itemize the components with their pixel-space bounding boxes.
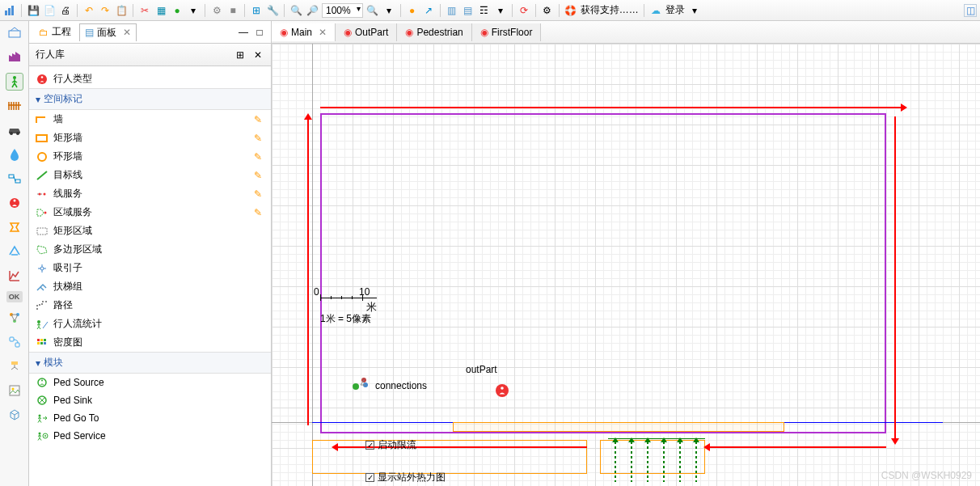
system-icon[interactable]: [6, 170, 23, 188]
tool-strip: OK: [0, 21, 29, 486]
print-icon[interactable]: 🖨: [59, 4, 72, 17]
enterprise-icon[interactable]: [6, 24, 23, 42]
search-icon[interactable]: 🔍: [366, 4, 379, 17]
layers-icon[interactable]: ☶: [478, 4, 491, 17]
analysis-icon[interactable]: [6, 267, 23, 285]
paste-icon[interactable]: 📋: [115, 4, 128, 17]
undo-icon[interactable]: ↶: [82, 4, 95, 17]
close-icon[interactable]: ✕: [123, 27, 131, 38]
tree-item[interactable]: 墙✎: [29, 110, 271, 129]
section-space-markup[interactable]: ▾空间标记: [29, 88, 271, 110]
picture-icon[interactable]: [6, 382, 23, 399]
chevron-down-icon[interactable]: ▾: [382, 4, 395, 17]
tree-item[interactable]: 扶梯组: [29, 277, 271, 296]
support-link[interactable]: 获得支持……: [581, 3, 639, 17]
cloud-icon[interactable]: ☁: [649, 4, 662, 17]
fluid-icon[interactable]: [6, 146, 23, 163]
tab-project[interactable]: 🗀工程: [34, 23, 76, 40]
tree-item[interactable]: 目标线✎: [29, 166, 271, 184]
connections-node[interactable]: [349, 377, 370, 391]
pencil-icon[interactable]: ✎: [251, 188, 264, 201]
close-icon[interactable]: ✕: [251, 49, 264, 61]
tree-item[interactable]: 环形墙✎: [29, 147, 271, 166]
scale-0: 0: [314, 286, 319, 298]
tree-item[interactable]: Ped Source: [29, 374, 271, 391]
factory-icon[interactable]: [6, 49, 23, 66]
tree-item[interactable]: 矩形区域: [29, 222, 271, 240]
checkbox-heatmap[interactable]: ✓显示站外热力图: [365, 471, 446, 484]
chevron-down-icon[interactable]: ▾: [688, 4, 701, 17]
debug-icon[interactable]: ⚙: [210, 4, 223, 17]
tree-item[interactable]: 路径: [29, 296, 271, 315]
connectivity-icon[interactable]: [6, 309, 23, 327]
statechart-icon[interactable]: [6, 333, 23, 351]
pedestrian-icon[interactable]: [6, 73, 23, 91]
grid-view-icon[interactable]: ⊞: [234, 49, 247, 61]
svg-rect-37: [44, 342, 46, 344]
checkbox-start-limit[interactable]: ✓启动限流: [365, 438, 416, 452]
chevron-down-icon[interactable]: ▾: [494, 4, 507, 17]
presentation-icon[interactable]: [6, 218, 23, 236]
close-icon[interactable]: ✕: [319, 27, 327, 38]
ok-icon[interactable]: OK: [6, 291, 23, 302]
pencil-icon[interactable]: ✎: [251, 132, 264, 145]
globe-icon[interactable]: ●: [406, 4, 419, 17]
svg-rect-8: [15, 180, 20, 183]
car-icon[interactable]: [6, 121, 23, 139]
cut-icon[interactable]: ✂: [138, 4, 151, 17]
tab-outpart[interactable]: ◉OutPart: [336, 23, 397, 41]
pencil-icon[interactable]: ✎: [251, 150, 264, 163]
tab-firstfloor[interactable]: ◉FirstFloor: [472, 23, 542, 41]
outpart-agent[interactable]: [495, 383, 509, 398]
tree-ped-type[interactable]: 行人类型: [29, 70, 271, 88]
save-all-icon[interactable]: 📄: [43, 4, 56, 17]
table-icon[interactable]: ⊞: [250, 4, 263, 17]
redo-icon[interactable]: ↷: [99, 4, 112, 17]
svg-rect-3: [9, 31, 20, 37]
grid-icon[interactable]: ▦: [154, 4, 167, 17]
stop-icon[interactable]: ■: [226, 4, 239, 17]
space-icon[interactable]: [6, 243, 23, 260]
actionchart-icon[interactable]: [6, 357, 23, 375]
tab-main[interactable]: ◉Main✕: [272, 23, 336, 41]
pencil-icon[interactable]: ✎: [251, 169, 264, 182]
zoom-in-icon[interactable]: 🔎: [306, 4, 319, 17]
minimize-icon[interactable]: —: [237, 26, 250, 39]
tree-item[interactable]: 区域服务✎: [29, 203, 271, 222]
help-icon[interactable]: 🛟: [564, 4, 577, 17]
tree-item[interactable]: 密度图: [29, 333, 271, 352]
window-icon[interactable]: ▥: [446, 4, 458, 17]
chart-icon[interactable]: [3, 4, 16, 17]
refresh-icon[interactable]: ⟳: [517, 4, 530, 17]
canvas[interactable]: 0 10 米 1米 = 5像素 outPart connections ✓启动限…: [272, 44, 980, 486]
zoom-out-icon[interactable]: 🔍: [289, 4, 302, 17]
tab-pedestrian[interactable]: ◉Pedestrian: [397, 23, 471, 41]
zoom-dropdown[interactable]: 100%: [322, 3, 363, 18]
3d-icon[interactable]: [6, 406, 23, 424]
perspective-icon[interactable]: ◫: [964, 4, 977, 17]
tree-item[interactable]: 矩形墙✎: [29, 129, 271, 147]
tree-item[interactable]: Ped Sink: [29, 391, 271, 409]
svg-point-39: [41, 380, 43, 382]
tree-item[interactable]: Ped Service: [29, 427, 271, 445]
tree-item[interactable]: 行人流统计: [29, 315, 271, 333]
tab-panel[interactable]: ▤面板✕: [79, 23, 137, 41]
layout-icon[interactable]: ▤: [462, 4, 475, 17]
login-link[interactable]: 登录: [665, 3, 685, 17]
pencil-icon[interactable]: ✎: [251, 206, 264, 219]
pencil-icon[interactable]: ✎: [251, 113, 264, 126]
run-icon[interactable]: ●: [171, 4, 184, 17]
section-blocks[interactable]: ▾模块: [29, 352, 271, 374]
gear-icon[interactable]: ⚙: [541, 4, 554, 17]
chevron-down-icon[interactable]: ▾: [187, 4, 200, 17]
tree-item[interactable]: 线服务✎: [29, 184, 271, 203]
tree-item[interactable]: 多边形区域: [29, 240, 271, 259]
tree-item[interactable]: Ped Go To: [29, 409, 271, 427]
maximize-icon[interactable]: □: [253, 26, 266, 39]
tool-icon[interactable]: 🔧: [266, 4, 279, 17]
agent-icon[interactable]: [6, 194, 23, 212]
direction-icon[interactable]: ↗: [422, 4, 435, 17]
tree-item[interactable]: 吸引子: [29, 259, 271, 277]
rail-icon[interactable]: [6, 97, 23, 115]
save-icon[interactable]: 💾: [27, 4, 40, 17]
